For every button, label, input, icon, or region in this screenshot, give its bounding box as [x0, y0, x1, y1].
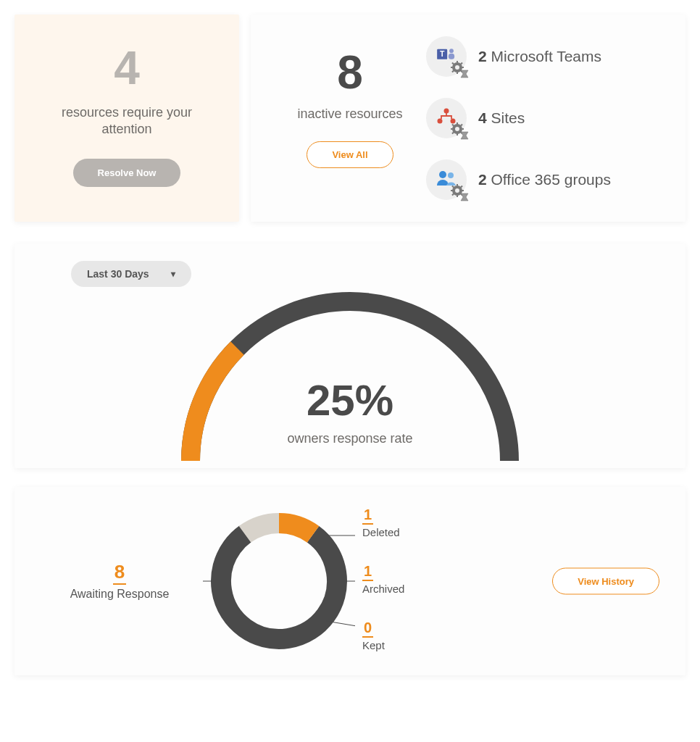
- svg-rect-5: [457, 61, 458, 63]
- deleted-count: 1: [362, 507, 373, 525]
- resource-row-groups[interactable]: 2 Office 365 groups: [426, 159, 662, 200]
- svg-point-28: [448, 172, 454, 178]
- svg-rect-32: [451, 190, 453, 191]
- svg-rect-6: [457, 72, 458, 74]
- deleted-label: 1 Deleted: [362, 507, 400, 538]
- archived-count: 1: [362, 563, 373, 581]
- svg-rect-31: [457, 195, 458, 197]
- inactive-description: inactive resources: [274, 106, 426, 122]
- resource-row-sites[interactable]: 4 Sites: [426, 98, 662, 138]
- resource-label: 2 Office 365 groups: [478, 171, 611, 188]
- attention-count: 4: [41, 45, 213, 91]
- resolve-now-button[interactable]: Resolve Now: [73, 159, 181, 187]
- gauge-card: Last 30 Days ▾ 25% owners response rate: [14, 243, 686, 468]
- svg-point-27: [439, 171, 446, 178]
- inactive-card: 8 inactive resources View All T: [251, 14, 686, 222]
- svg-point-38: [455, 188, 459, 193]
- awaiting-count: 8: [113, 561, 126, 585]
- awaiting-response-label: 8 Awaiting Response: [58, 561, 181, 601]
- svg-point-15: [438, 118, 443, 123]
- svg-rect-3: [449, 53, 454, 59]
- kept-label: 0 Kept: [362, 620, 385, 651]
- timeframe-label: Last 30 Days: [87, 268, 149, 280]
- svg-point-2: [449, 49, 454, 53]
- gauge-percent: 25%: [287, 379, 412, 422]
- resource-label: 2 Microsoft Teams: [478, 48, 601, 65]
- svg-text:T: T: [440, 49, 445, 58]
- svg-rect-21: [462, 128, 464, 130]
- svg-point-13: [455, 65, 459, 70]
- view-all-button[interactable]: View All: [307, 141, 393, 168]
- svg-rect-18: [457, 122, 458, 125]
- attention-description: resources require your attention: [41, 104, 213, 138]
- teams-icon: T: [426, 36, 467, 77]
- svg-rect-7: [451, 67, 453, 68]
- svg-rect-33: [462, 190, 464, 191]
- svg-rect-8: [462, 67, 464, 68]
- svg-rect-19: [457, 133, 458, 136]
- donut-chart: [203, 505, 355, 657]
- kept-count: 0: [362, 620, 373, 638]
- sites-icon: [426, 98, 467, 138]
- svg-point-26: [455, 127, 459, 131]
- resource-label: 4 Sites: [478, 109, 525, 127]
- gauge-label: owners response rate: [287, 431, 412, 446]
- resource-row-teams[interactable]: T 2 Microsoft Teams: [426, 36, 662, 77]
- attention-card: 4 resources require your attention Resol…: [14, 14, 239, 222]
- awaiting-text: Awaiting Response: [58, 588, 181, 601]
- view-history-button[interactable]: View History: [552, 567, 659, 594]
- inactive-count: 8: [274, 49, 426, 96]
- svg-rect-30: [457, 184, 458, 186]
- svg-point-14: [444, 108, 449, 113]
- groups-icon: [426, 159, 467, 200]
- donut-card: 8 Awaiting Response 1 Deleted: [14, 487, 686, 675]
- archived-label: 1 Archived: [362, 563, 404, 595]
- svg-rect-20: [451, 128, 453, 130]
